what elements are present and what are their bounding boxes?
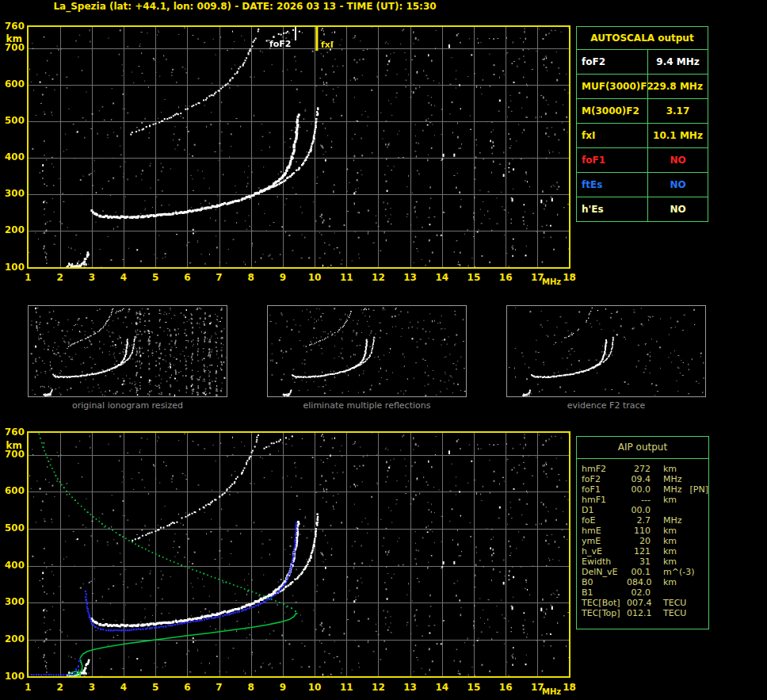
y-tick-label: 700	[0, 449, 25, 460]
aip-row-label: TEC[Bot]	[582, 598, 627, 608]
aip-row-value: 00.0	[627, 484, 651, 495]
autoscala-row-foF2: foF29.4 MHz	[577, 50, 708, 75]
aip-row-unit: km	[663, 495, 677, 505]
aip-row-value: 110	[627, 526, 651, 536]
top-ionogram-canvas	[27, 25, 570, 269]
x-tick-label: 8	[242, 683, 261, 693]
x-tick-label: 1	[19, 273, 38, 283]
x-tick-label: 4	[114, 273, 133, 283]
y-tick-label: 760	[0, 427, 25, 438]
x-tick-label: 11	[337, 683, 356, 693]
autoscala-table-title: AUTOSCALA output	[577, 27, 708, 50]
y-tick-label: 760	[0, 21, 25, 32]
x-tick-label: 5	[146, 683, 165, 693]
aip-row-TEC[Top]: TEC[Top]012.1TECU	[582, 608, 708, 618]
y-tick-label: 300	[0, 189, 25, 199]
aip-row-value: 09.4	[627, 474, 651, 484]
station-title: La_Spezia (lat: +44.1, lon: 009.8) - DAT…	[28, 1, 462, 12]
x-tick-label: 12	[368, 683, 387, 693]
aip-row-unit: km	[663, 464, 677, 474]
y-tick-label: 400	[0, 560, 25, 571]
aip-row-label: B0	[582, 577, 627, 587]
aip-row-value: 31	[627, 557, 651, 567]
aip-row-label: h_vE	[582, 546, 627, 557]
thumbnail-original	[28, 305, 227, 397]
aip-row-unit: km	[663, 546, 677, 557]
x-tick-label: 15	[464, 273, 483, 283]
x-tick-label: 16	[496, 273, 515, 283]
aip-row-unit: MHz	[663, 515, 682, 526]
aip-row-label: hmF2	[582, 464, 627, 474]
aip-table-rows: hmF2272kmfoF209.4MHzfoF100.0MHz[PN]hmF1-…	[577, 459, 708, 618]
y-tick-label: 700	[0, 43, 25, 53]
aip-row-value: ---	[627, 495, 651, 505]
y-tick-label: 300	[0, 597, 25, 607]
aip-row-DelN_vE: DelN_vE00.1m^(-3)	[582, 567, 708, 577]
autoscala-row-value: 10.1 MHz	[648, 124, 708, 147]
autoscala-row-value: NO	[648, 197, 708, 221]
x-tick-label: 13	[401, 683, 420, 693]
x-tick-label: 10	[305, 683, 324, 693]
aip-row-value: 00.1	[627, 567, 651, 577]
y-tick-label: 200	[0, 634, 25, 645]
autoscala-row-h'Es: h'EsNO	[577, 197, 708, 221]
aip-row-B0: B0084.0km	[582, 577, 708, 587]
x-tick-label: 6	[177, 683, 197, 693]
thumbnail-evidence-canvas	[507, 306, 705, 396]
aip-row-unit: km	[663, 577, 677, 587]
x-tick-label: 10	[305, 273, 324, 283]
y-tick-label: 600	[0, 486, 25, 496]
aip-row-label: foF1	[582, 484, 627, 495]
autoscala-row-label: fxI	[577, 124, 648, 147]
aip-row-value: 084.0	[627, 577, 651, 587]
autoscala-row-M(3000)F2: M(3000)F23.17	[577, 99, 708, 124]
aip-row-value: 20	[627, 536, 651, 546]
thumbnail-evidence-caption: evidence F2 trace	[490, 400, 722, 411]
autoscala-row-label: ftEs	[577, 173, 648, 197]
x-tick-label: 2	[51, 273, 70, 283]
bottom-ionogram-canvas	[27, 431, 570, 678]
aip-row-unit: TECU	[663, 598, 686, 608]
x-tick-label: 5	[146, 273, 165, 283]
x-tick-label: 18	[560, 683, 579, 693]
aip-row-foE: foE2.7MHz	[582, 515, 708, 526]
autoscala-row-value: 9.4 MHz	[648, 50, 708, 74]
autoscala-table: AUTOSCALA output foF29.4 MHzMUF(3000)F22…	[576, 26, 708, 222]
autoscala-row-MUF(3000)F2: MUF(3000)F229.8 MHz	[577, 75, 708, 99]
top-x-axis-unit: MHz	[542, 277, 561, 286]
y-tick-label: 200	[0, 225, 25, 235]
autoscala-row-ftEs: ftEsNO	[577, 173, 708, 197]
aip-row-label: Ewidth	[582, 557, 627, 567]
x-tick-label: 11	[337, 273, 356, 283]
y-tick-label: 600	[0, 79, 25, 90]
thumbnail-evidence-f2	[506, 305, 706, 397]
autoscala-row-value: 29.8 MHz	[648, 75, 708, 98]
x-tick-label: 7	[210, 683, 229, 693]
aip-row-note: [PN]	[690, 484, 708, 495]
x-tick-label: 6	[177, 273, 197, 283]
x-tick-label: 14	[433, 273, 452, 283]
thumbnail-original-caption: original ionogram resized	[12, 400, 243, 411]
autoscala-row-label: foF1	[577, 148, 648, 172]
y-tick-label: 400	[0, 152, 25, 163]
aip-row-unit: m^(-3)	[663, 567, 694, 577]
autoscala-row-value: NO	[648, 148, 708, 172]
x-tick-label: 1	[19, 683, 38, 693]
autoscala-row-value: NO	[648, 173, 708, 197]
aip-row-unit: km	[663, 557, 677, 567]
aip-row-unit: TECU	[663, 608, 686, 618]
aip-row-unit: MHz	[663, 484, 682, 495]
x-tick-label: 9	[273, 683, 292, 693]
aip-row-Ewidth: Ewidth31km	[582, 557, 708, 567]
x-tick-label: 3	[82, 273, 101, 283]
x-tick-label: 13	[401, 273, 420, 283]
y-tick-label: 100	[0, 671, 25, 682]
aip-row-hmF1: hmF1---km	[582, 495, 708, 505]
aip-table: AIP output hmF2272kmfoF209.4MHzfoF100.0M…	[576, 436, 709, 629]
aip-row-foF2: foF209.4MHz	[582, 474, 708, 484]
aip-row-value: 007.4	[627, 598, 651, 608]
x-tick-label: 4	[114, 683, 133, 693]
aip-row-foF1: foF100.0MHz[PN]	[582, 484, 708, 495]
aip-row-hmE: hmE110km	[582, 526, 708, 536]
aip-row-hmF2: hmF2272km	[582, 464, 708, 474]
